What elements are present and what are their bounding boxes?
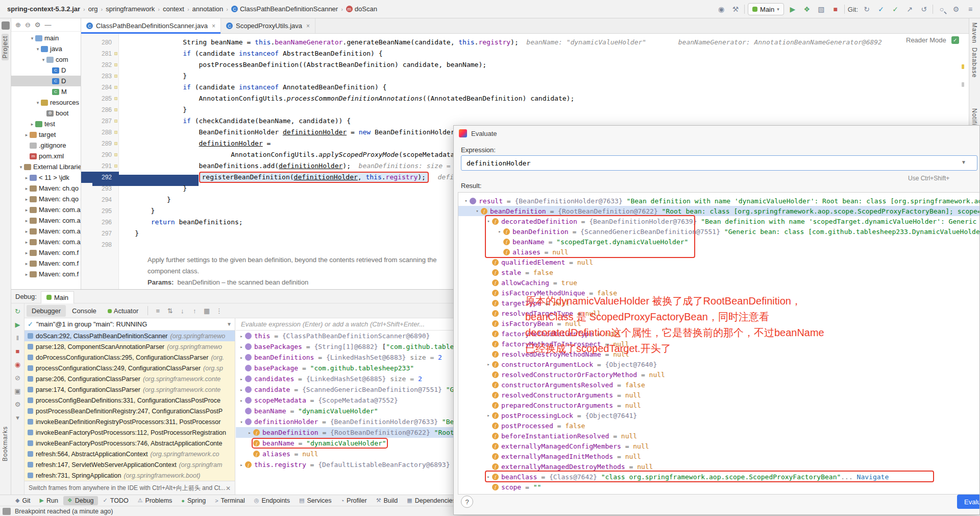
tool-window-button-run[interactable]: ▶Run xyxy=(35,496,62,505)
project-tree-item[interactable]: ▾External Libraries xyxy=(11,161,81,172)
push-check-icon[interactable]: ✓ xyxy=(890,4,901,15)
stop-icon[interactable]: ■ xyxy=(830,4,841,15)
frame-row[interactable]: invokeBeanFactoryPostProcessors:746, Abs… xyxy=(24,438,235,449)
tool-window-button-todo[interactable]: ✓TODO xyxy=(99,496,133,505)
tool-window-button-dependencies[interactable]: ▦Dependencies xyxy=(403,496,459,505)
stop-icon[interactable]: ■ xyxy=(16,347,20,355)
tool-window-button-problems[interactable]: ⚠Problems xyxy=(134,496,177,505)
frame-row[interactable]: doProcessConfigurationClass:295, Configu… xyxy=(24,352,235,363)
breadcrumb-item[interactable]: annotation xyxy=(190,4,226,14)
breadcrumb-item[interactable]: mdoScan xyxy=(344,4,379,14)
hammer-icon[interactable]: ⚒ xyxy=(730,4,741,15)
chevron-icon[interactable]: ▾ xyxy=(238,419,245,425)
frame-row[interactable]: postProcessBeanDefinitionRegistry:247, C… xyxy=(24,406,235,416)
frame-row[interactable]: invokeBeanDefinitionRegistryPostProcesso… xyxy=(24,416,235,427)
settings-icon[interactable]: ⚙ xyxy=(950,4,962,15)
breadcrumb-item[interactable]: springframework xyxy=(104,4,157,14)
variable-row[interactable]: fscope = "" xyxy=(458,482,980,492)
breadcrumb-item[interactable]: spring-context-5.3.2.jar xyxy=(5,4,82,14)
close-icon[interactable]: × xyxy=(212,22,215,30)
code-line[interactable]: String beanName = this.beanNameGenerator… xyxy=(119,37,969,48)
frame-row[interactable]: processConfigBeanDefinitions:331, Config… xyxy=(24,395,235,406)
thread-selector[interactable]: ✓ "main"@1 in group "main": RUNNING ▼ xyxy=(24,318,235,331)
code-line[interactable]: } xyxy=(119,71,969,82)
variable-row[interactable]: ▾fdecoratedDefinition = {BeanDefinitionH… xyxy=(458,216,980,226)
menu-icon[interactable]: ≡ xyxy=(965,4,976,15)
sort-frames-icon[interactable]: ⇅ xyxy=(164,307,176,315)
chevron-icon[interactable]: ▸ xyxy=(485,362,492,367)
debugger-tab-debugger[interactable]: Debugger xyxy=(27,305,66,317)
close-icon[interactable]: ✕ xyxy=(226,485,231,492)
history-icon[interactable]: ↺ xyxy=(918,4,929,15)
thread-dump-icon[interactable]: ▣ xyxy=(14,387,20,395)
settings-icon[interactable]: ⚙ xyxy=(15,401,21,408)
frame-row[interactable]: invokeBeanFactoryPostProcessors:112, Pos… xyxy=(24,427,235,438)
variable-row[interactable]: fpreparedConstructorArguments = null xyxy=(458,400,980,410)
close-icon[interactable]: × xyxy=(306,22,310,30)
filter-icon[interactable]: ▼ xyxy=(227,321,232,327)
debugger-tab-actuator[interactable]: Actuator xyxy=(103,305,143,317)
chevron-icon[interactable]: ▸ xyxy=(238,344,245,349)
sidebar-item-project[interactable]: Project xyxy=(2,34,9,60)
tool-window-icon[interactable] xyxy=(2,21,10,30)
update-project-icon[interactable]: ↻ xyxy=(861,4,872,15)
chevron-icon[interactable]: ▸ xyxy=(238,462,245,467)
variable-row[interactable]: fresolvedConstructorOrFactoryMethod = nu… xyxy=(458,369,980,380)
pin-icon[interactable]: ▾ xyxy=(16,414,19,421)
project-tree-item[interactable]: ▸test xyxy=(11,119,81,129)
inspections-ok-icon[interactable]: ✓ xyxy=(951,36,959,44)
variable-row[interactable]: fexternallyManagedInitMethods = null xyxy=(458,451,980,461)
variable-row[interactable]: fresolvedConstructorArguments = null xyxy=(458,390,980,400)
evaluate-button[interactable]: Evaluate xyxy=(957,495,980,509)
project-tree-item[interactable]: ▾main xyxy=(11,33,81,43)
frame-row[interactable]: parse:128, ComponentScanAnnotationParser… xyxy=(24,341,235,352)
settings-icon[interactable]: ⚙ xyxy=(35,21,41,29)
mute-breakpoints-icon[interactable]: ⊘ xyxy=(15,374,20,382)
step-up-icon[interactable]: ↑ xyxy=(189,307,200,315)
project-tree-item[interactable]: ▾resources xyxy=(11,97,81,108)
chevron-icon[interactable]: ▾ xyxy=(462,198,470,203)
tool-window-button-build[interactable]: ⚒Build xyxy=(372,496,402,505)
variable-row[interactable]: fallowCaching = true xyxy=(458,277,980,288)
run-config-selector[interactable]: Main▾ xyxy=(748,3,784,15)
tab-ClassPathBeanDefinitionScanner.java[interactable]: CClassPathBeanDefinitionScanner.java× xyxy=(81,18,221,33)
variable-row[interactable]: ▾result = {BeanDefinitionHolder@7633} "B… xyxy=(458,196,980,206)
variable-row[interactable]: ▸fbeanClass = {Class@7642} "class org.sp… xyxy=(458,472,980,482)
code-line[interactable]: if (candidate instanceof AbstractBeanDef… xyxy=(119,48,969,59)
project-tree-item[interactable]: ▸Maven: com.f xyxy=(11,247,81,258)
project-tree-item[interactable]: ▸Maven: com.a xyxy=(11,204,81,215)
project-tree-item[interactable]: ▸Maven: com.f xyxy=(11,269,81,279)
tool-window-button-git[interactable]: ◆Git xyxy=(11,496,34,505)
frame-row[interactable]: processConfigurationClass:249, Configura… xyxy=(24,363,235,373)
chevron-icon[interactable]: ▾ xyxy=(485,219,492,224)
reader-mode-label[interactable]: Reader Mode xyxy=(906,36,946,44)
step-down-icon[interactable]: ↓ xyxy=(177,307,188,315)
commit-check-icon[interactable]: ✓ xyxy=(875,4,887,15)
sidebar-item-bookmarks[interactable]: Bookmarks xyxy=(2,426,9,461)
frame-row[interactable]: parse:174, ConfigurationClassParser (org… xyxy=(24,384,235,395)
chevron-icon[interactable]: ▸ xyxy=(238,355,245,360)
code-line[interactable]: if (candidate instanceof AnnotatedBeanDe… xyxy=(119,82,969,93)
debugger-tab-console[interactable]: Console xyxy=(67,305,102,317)
expression-input[interactable]: definitionHolder xyxy=(461,155,977,171)
frame-row[interactable]: refresh:731, SpringApplication (org.spri… xyxy=(24,470,235,481)
hide-icon[interactable]: — xyxy=(44,21,51,29)
chevron-icon[interactable]: ▸ xyxy=(238,398,245,403)
tab-ScopedProxyUtils.java[interactable]: CScopedProxyUtils.java× xyxy=(221,18,315,33)
variable-row[interactable]: fconstructorArgumentsResolved = false xyxy=(458,380,980,390)
frame-row[interactable]: refresh:564, AbstractApplicationContext … xyxy=(24,449,235,459)
tool-window-button-services[interactable]: ▤Services xyxy=(295,496,335,505)
project-tree-item[interactable]: ▸Maven: com.f xyxy=(11,258,81,269)
layout-icon[interactable]: ≡ xyxy=(152,307,163,315)
variable-row[interactable]: faliases = null xyxy=(458,247,980,257)
project-tree-item[interactable]: mpom.xml xyxy=(11,151,81,161)
variable-row[interactable]: ▾fbeanDefinition = {RootBeanDefinition@7… xyxy=(458,206,980,216)
variable-row[interactable]: fqualifiedElement = null xyxy=(458,257,980,267)
project-tree-item[interactable]: ▸Maven: com.a xyxy=(11,237,81,247)
locate-icon[interactable]: ⊕ xyxy=(15,21,21,29)
project-tree-item[interactable]: ▾java xyxy=(11,43,81,54)
project-tree-item[interactable]: ▸target xyxy=(11,129,81,140)
chevron-icon[interactable]: ▸ xyxy=(246,430,253,435)
project-tree-item[interactable]: ▸Maven: ch.qo xyxy=(11,194,81,204)
tool-window-switcher-icon[interactable] xyxy=(3,508,11,515)
